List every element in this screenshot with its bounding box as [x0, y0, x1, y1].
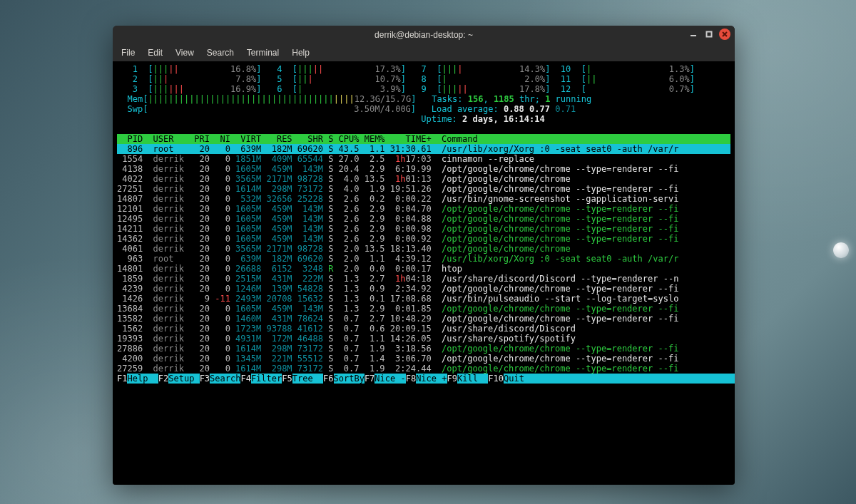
window-controls — [688, 29, 730, 40]
menu-terminal[interactable]: Terminal — [247, 44, 279, 61]
process-row[interactable]: 4239 derrik 20 0 1246M 139M 54828 S 1.3 … — [117, 284, 730, 294]
process-row[interactable]: 963 root 20 0 639M 182M 69620 S 2.0 1.1 … — [117, 254, 730, 264]
process-row[interactable]: 4200 derrik 20 0 1345M 221M 55512 S 0.7 … — [117, 354, 730, 364]
htop-meters: 1 [||||| 16.8%] 4 [||||| 17.3%] 7 [|||| … — [117, 64, 730, 134]
close-button[interactable] — [719, 29, 730, 40]
process-row[interactable]: 13684 derrik 20 0 1605M 459M 143M S 1.3 … — [117, 304, 730, 314]
terminal-window: derrik@debian-desktop: ~ File Edit View … — [113, 26, 735, 485]
terminal-content[interactable]: 1 [||||| 16.8%] 4 [||||| 17.3%] 7 [|||| … — [113, 61, 735, 485]
process-row[interactable]: 4022 derrik 20 0 3565M 2171M 98728 S 4.0… — [117, 174, 730, 184]
process-row[interactable]: 27259 derrik 20 0 1614M 298M 73172 S 0.7… — [117, 364, 730, 374]
titlebar[interactable]: derrik@debian-desktop: ~ — [113, 26, 735, 44]
process-row[interactable]: 12101 derrik 20 0 1605M 459M 143M S 2.6 … — [117, 204, 730, 214]
process-row[interactable]: 14807 derrik 20 0 532M 32656 25228 S 2.6… — [117, 194, 730, 204]
menubar: File Edit View Search Terminal Help — [113, 44, 735, 61]
process-row[interactable]: 14362 derrik 20 0 1605M 459M 143M S 2.6 … — [117, 234, 730, 244]
process-row[interactable]: 4061 derrik 20 0 3565M 2171M 98728 S 2.0… — [117, 244, 730, 254]
process-row[interactable]: 14211 derrik 20 0 1605M 459M 143M S 2.6 … — [117, 224, 730, 234]
menu-help[interactable]: Help — [292, 44, 310, 61]
menu-edit[interactable]: Edit — [148, 44, 163, 61]
process-row[interactable]: 896 root 20 0 639M 182M 69620 S 43.5 1.1… — [117, 144, 730, 154]
process-row[interactable]: 13582 derrik 20 0 1460M 431M 78624 S 0.7… — [117, 314, 730, 324]
process-row[interactable]: 1859 derrik 20 0 2515M 431M 222M S 1.3 2… — [117, 274, 730, 284]
process-row[interactable]: 27251 derrik 20 0 1614M 298M 73172 S 4.0… — [117, 184, 730, 194]
svg-rect-0 — [707, 32, 712, 37]
maximize-button[interactable] — [703, 29, 715, 40]
minimize-button[interactable] — [688, 29, 699, 40]
process-row[interactable]: 1554 derrik 20 0 1851M 409M 65544 S 27.0… — [117, 154, 730, 164]
desktop-orb — [833, 242, 849, 258]
process-row[interactable]: 14801 derrik 20 0 26688 6152 3248 R 2.0 … — [117, 264, 730, 274]
menu-search[interactable]: Search — [207, 44, 234, 61]
htop-process-list[interactable]: 896 root 20 0 639M 182M 69620 S 43.5 1.1… — [117, 144, 730, 374]
window-title: derrik@debian-desktop: ~ — [113, 26, 735, 44]
htop-header: PID USER PRI NI VIRT RES SHR S CPU% MEM%… — [117, 134, 730, 144]
process-row[interactable]: 1562 derrik 20 0 1723M 93788 41612 S 0.7… — [117, 324, 730, 334]
htop-fn-bar[interactable]: F1Help F2Setup F3SearchF4FilterF5Tree F6… — [117, 374, 730, 384]
menu-view[interactable]: View — [175, 44, 194, 61]
process-row[interactable]: 12495 derrik 20 0 1605M 459M 143M S 2.6 … — [117, 214, 730, 224]
process-row[interactable]: 27886 derrik 20 0 1614M 298M 73172 S 0.7… — [117, 344, 730, 354]
menu-file[interactable]: File — [121, 44, 135, 61]
process-row[interactable]: 1426 derrik 9 -11 2493M 20708 15632 S 1.… — [117, 294, 730, 304]
process-row[interactable]: 19393 derrik 20 0 4931M 172M 46488 S 0.7… — [117, 334, 730, 344]
process-row[interactable]: 4138 derrik 20 0 1605M 459M 143M S 20.4 … — [117, 164, 730, 174]
